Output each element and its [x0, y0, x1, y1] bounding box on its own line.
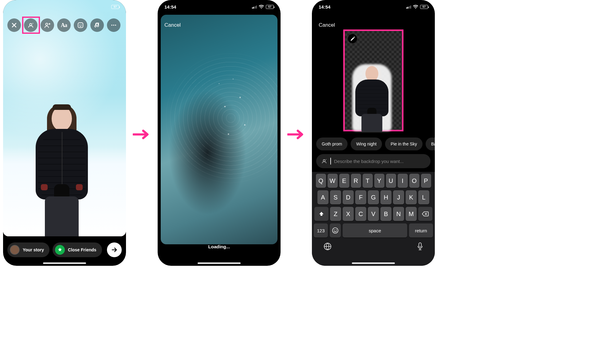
backdrop-preview[interactable]: [343, 29, 403, 131]
phone-screenshot-1: 14:54 57 Aa Your story Close Fr: [3, 0, 126, 266]
arrow-annotation: [133, 129, 151, 140]
more-icon[interactable]: [107, 18, 120, 32]
svg-point-9: [332, 228, 338, 233]
key[interactable]: R: [351, 174, 361, 188]
suggestion-chip[interactable]: Goth prom: [316, 137, 348, 150]
key[interactable]: X: [343, 207, 354, 221]
shift-key[interactable]: [314, 207, 328, 221]
key[interactable]: T: [363, 174, 373, 188]
battery-icon: 57: [420, 5, 428, 9]
key[interactable]: M: [406, 207, 417, 221]
svg-point-3: [79, 24, 80, 25]
home-indicator: [198, 262, 241, 264]
cancel-button[interactable]: Cancel: [164, 22, 181, 28]
key[interactable]: Z: [330, 207, 341, 221]
battery-icon: 57: [266, 5, 274, 9]
suggestion-chip[interactable]: Pie in the Sky: [385, 137, 423, 150]
person-cutout: [353, 65, 390, 130]
story-preview-image: [3, 0, 126, 236]
suggestion-chip[interactable]: Basket: [426, 137, 435, 150]
key[interactable]: L: [418, 190, 429, 204]
key[interactable]: C: [355, 207, 366, 221]
svg-point-10: [334, 230, 335, 230]
mic-icon[interactable]: [417, 242, 423, 250]
emoji-key[interactable]: [330, 223, 341, 238]
status-time: 14:54: [164, 4, 176, 10]
key[interactable]: P: [421, 174, 431, 188]
status-bar: 14:54 57: [312, 0, 435, 14]
svg-rect-13: [419, 243, 421, 247]
loading-text: Loading...: [158, 244, 281, 249]
backdrop-prompt-input[interactable]: Describe the backdrop you want...: [316, 154, 431, 168]
svg-point-5: [111, 25, 112, 26]
tag-people-icon[interactable]: [41, 18, 54, 32]
text-cursor: [330, 158, 331, 165]
send-button[interactable]: [107, 242, 122, 257]
suggestion-chips: Goth prom Wing night Pie in the Sky Bask…: [316, 137, 435, 150]
ios-keyboard: Q W E R T Y U I O P A S D F G H J K L: [312, 172, 435, 266]
your-story-label: Your story: [23, 247, 44, 252]
signal-icon: [252, 5, 257, 9]
edit-cutout-icon[interactable]: [348, 34, 357, 43]
text-icon[interactable]: Aa: [57, 18, 71, 32]
key[interactable]: D: [343, 190, 354, 204]
close-friends-button[interactable]: Close Friends: [53, 242, 102, 257]
your-story-button[interactable]: Your story: [7, 242, 49, 257]
svg-point-8: [323, 160, 325, 161]
svg-point-6: [113, 25, 114, 26]
svg-point-1: [46, 23, 48, 25]
arrow-annotation: [287, 129, 306, 140]
phone-screenshot-2: 14:54 57 Cancel Loading...: [158, 0, 281, 266]
key[interactable]: J: [393, 190, 404, 204]
svg-point-4: [81, 24, 81, 25]
key[interactable]: O: [409, 174, 419, 188]
key[interactable]: F: [355, 190, 366, 204]
key[interactable]: W: [328, 174, 338, 188]
key[interactable]: Y: [374, 174, 384, 188]
suggestion-chip[interactable]: Wing night: [351, 137, 382, 150]
status-time: 14:54: [319, 4, 330, 10]
key[interactable]: G: [368, 190, 379, 204]
star-icon: [55, 245, 65, 255]
numeric-key[interactable]: 123: [314, 223, 328, 238]
status-bar: 14:54 57: [158, 0, 281, 14]
blurred-processing-image: [161, 15, 277, 244]
sparkle-overlay: [161, 15, 277, 244]
battery-icon: 57: [111, 5, 119, 9]
key[interactable]: N: [393, 207, 404, 221]
key[interactable]: K: [406, 190, 417, 204]
key[interactable]: S: [330, 190, 341, 204]
home-indicator: [43, 262, 86, 264]
svg-point-11: [336, 230, 337, 230]
home-indicator: [352, 262, 395, 264]
avatar: [10, 245, 20, 255]
space-key[interactable]: space: [343, 223, 407, 238]
key[interactable]: Q: [316, 174, 326, 188]
share-actions: Your story Close Friends: [7, 242, 122, 257]
key[interactable]: H: [380, 190, 391, 204]
signal-icon: [406, 5, 411, 9]
wifi-icon: [413, 5, 418, 9]
return-key[interactable]: return: [409, 223, 433, 238]
person-figure: [34, 104, 89, 236]
phone-screenshot-3: 14:54 57 Cancel: [312, 0, 435, 266]
close-friends-label: Close Friends: [68, 247, 96, 252]
ai-backdrop-icon: [321, 158, 327, 164]
svg-rect-2: [78, 23, 83, 28]
key[interactable]: B: [380, 207, 391, 221]
key[interactable]: E: [339, 174, 349, 188]
wifi-icon: [259, 5, 264, 9]
key[interactable]: I: [398, 174, 408, 188]
backspace-key[interactable]: [418, 207, 432, 221]
prompt-placeholder: Describe the backdrop you want...: [334, 159, 404, 164]
key[interactable]: A: [317, 190, 328, 204]
sticker-icon[interactable]: [74, 18, 87, 32]
highlight-annotation: [22, 17, 40, 34]
cancel-button[interactable]: Cancel: [319, 22, 335, 28]
key[interactable]: U: [386, 174, 396, 188]
close-icon[interactable]: [7, 18, 21, 32]
globe-icon[interactable]: [324, 242, 332, 250]
key[interactable]: V: [368, 207, 379, 221]
music-icon[interactable]: [90, 18, 104, 32]
svg-point-7: [115, 25, 116, 26]
